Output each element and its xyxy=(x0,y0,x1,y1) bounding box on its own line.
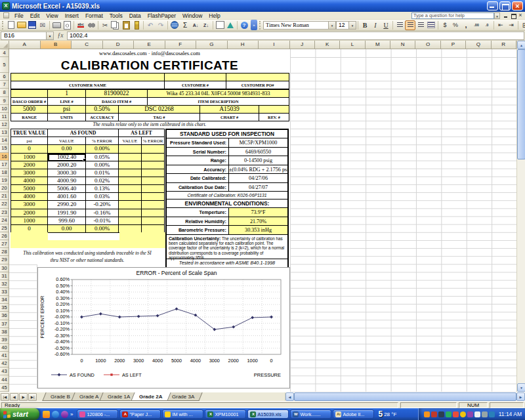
redo-button[interactable] xyxy=(156,20,166,30)
cell-c24[interactable]: -0.01% xyxy=(86,217,119,225)
row-header-34[interactable]: 34 xyxy=(0,296,9,304)
cell-a24[interactable]: 1000 xyxy=(11,217,48,225)
menu-tools[interactable]: Tools xyxy=(106,12,126,19)
insert-function-icon[interactable] xyxy=(54,32,67,39)
row-header-38[interactable]: 38 xyxy=(0,328,9,336)
cell-a15[interactable]: 0 xyxy=(11,145,48,153)
cell-c19[interactable]: 0.02% xyxy=(86,177,119,185)
cell-b17[interactable]: 2000.20 xyxy=(48,161,86,169)
row-header-12[interactable]: 12 xyxy=(0,121,9,129)
font-size-dropdown-icon[interactable]: ▾ xyxy=(349,21,356,30)
website-line[interactable]: www.dascosales.com · info@dascosales.com xyxy=(9,49,290,57)
accuracy-cell[interactable]: 0.50% xyxy=(86,106,119,114)
cell-d24[interactable] xyxy=(119,217,142,225)
cell-c23[interactable]: -0.16% xyxy=(86,209,119,217)
row-header-9[interactable]: 9 xyxy=(0,97,9,105)
cell-b20[interactable]: 5006.40 xyxy=(48,185,86,193)
uncertainty-note[interactable]: Calibration Uncertainty: The uncertainty… xyxy=(167,235,287,259)
quick-launch-icon[interactable] xyxy=(61,411,68,418)
standard-field-1-label[interactable]: Serial Number: xyxy=(167,148,229,156)
scroll-up-icon[interactable] xyxy=(517,41,525,49)
traceability-line-1[interactable]: This calibration was conducted using sta… xyxy=(9,249,165,257)
align-left-button[interactable] xyxy=(394,20,405,30)
traceability-line-2[interactable]: thru NIST or other national standards. xyxy=(9,257,165,264)
standard-field-5-value[interactable]: 04/27/07 xyxy=(229,183,287,192)
name-box[interactable]: B16 xyxy=(1,32,47,40)
sheet-tab-grade-2a[interactable]: Grade 2A xyxy=(131,392,171,401)
row-header-28[interactable]: 28 xyxy=(0,248,9,256)
row-header-6[interactable]: 6 xyxy=(0,73,9,81)
vertical-scroll-thumb[interactable] xyxy=(517,49,525,159)
sort-descending-button[interactable] xyxy=(201,20,211,30)
row-header-41[interactable]: 41 xyxy=(0,352,9,360)
standard-field-5-label[interactable]: Calibration Due Date: xyxy=(167,183,229,192)
horizontal-scroll-thumb[interactable] xyxy=(294,392,516,401)
task-button-work-[interactable]: WWork....... xyxy=(290,410,331,419)
font-name-dropdown-icon[interactable]: ▾ xyxy=(329,21,336,30)
cell-d21[interactable] xyxy=(119,193,142,201)
cell-e24[interactable] xyxy=(142,217,165,225)
standard-field-4-value[interactable]: 04/27/06 xyxy=(229,174,287,182)
minimize-button[interactable] xyxy=(487,1,498,10)
print-preview-button[interactable] xyxy=(62,20,72,30)
row-header-25[interactable]: 25 xyxy=(0,224,9,232)
next-sheet-icon[interactable] xyxy=(19,393,28,401)
task-button-im-with-[interactable]: IM with ... xyxy=(162,410,203,419)
column-header-l[interactable]: L xyxy=(340,41,365,49)
menu-help[interactable]: Help xyxy=(205,12,223,19)
cell-d25[interactable] xyxy=(119,225,142,233)
menu-edit[interactable]: Edit xyxy=(27,12,43,19)
drawing-button[interactable] xyxy=(225,20,236,30)
first-sheet-icon[interactable] xyxy=(1,393,9,401)
cell-b25[interactable]: 0.00 xyxy=(48,225,86,233)
cell-e23[interactable] xyxy=(142,209,165,217)
column-header-d[interactable]: D xyxy=(103,41,135,49)
row-header-15[interactable]: 15 xyxy=(0,144,9,152)
select-all-corner[interactable] xyxy=(0,41,9,49)
row-header-20[interactable]: 20 xyxy=(0,184,9,192)
decrease-indent-button[interactable] xyxy=(495,20,506,30)
row-header-19[interactable]: 19 xyxy=(0,177,9,184)
column-header-a[interactable]: A xyxy=(9,41,41,49)
column-header-b[interactable]: B xyxy=(41,41,72,49)
formatting-toolbar-drag-handle[interactable] xyxy=(259,21,261,30)
column-header-g[interactable]: G xyxy=(196,41,228,49)
cell-b24[interactable]: 999.60 xyxy=(48,217,86,225)
quick-launch-more-icon[interactable]: » xyxy=(70,411,73,417)
column-header-h[interactable]: H xyxy=(228,41,259,49)
task-button--paper-j-[interactable]: A"Paper J... xyxy=(119,410,161,419)
environment-field-1-label[interactable]: Relative Humidity: xyxy=(167,217,229,226)
print-button[interactable] xyxy=(51,20,62,30)
italic-button[interactable] xyxy=(370,20,381,30)
workbook-restore-button[interactable] xyxy=(510,12,516,19)
as-left-error-header[interactable]: % ERROR xyxy=(142,137,165,145)
cell-a16[interactable]: 1000 xyxy=(11,154,48,161)
cell-a21[interactable]: 4000 xyxy=(11,193,48,201)
name-box-dropdown-icon[interactable]: ▾ xyxy=(47,32,54,40)
standard-field-4-label[interactable]: Date Calibrated: xyxy=(167,174,229,182)
cell-c18[interactable]: 0.01% xyxy=(86,169,119,177)
units-cell[interactable]: psi xyxy=(48,106,86,114)
start-button[interactable]: start xyxy=(0,408,39,420)
help-search-input[interactable]: Type a question for help xyxy=(411,12,494,19)
cell-e16[interactable] xyxy=(142,154,165,161)
menu-data[interactable]: Data xyxy=(126,12,144,19)
cell-c25[interactable]: 0.00% xyxy=(86,225,119,233)
row-header-14[interactable]: 14 xyxy=(0,136,9,144)
environment-field-0-value[interactable]: 73.9°F xyxy=(229,208,287,217)
tray-icon[interactable] xyxy=(431,411,437,417)
standard-field-0-label[interactable]: Pressure Standard Used: xyxy=(167,138,229,147)
menu-insert[interactable]: Insert xyxy=(62,12,82,19)
help-dropdown-icon[interactable]: ▾ xyxy=(494,12,500,19)
workbook-close-button[interactable] xyxy=(517,12,524,19)
cell-c22[interactable]: -0.20% xyxy=(86,201,119,209)
cell-d16[interactable] xyxy=(119,154,142,161)
row-header-13[interactable]: 13 xyxy=(0,129,9,136)
as-found-header[interactable]: AS FOUND xyxy=(48,129,119,137)
cell-d20[interactable] xyxy=(119,185,142,193)
as-found-value-header[interactable]: VALUE xyxy=(48,137,86,145)
tray-icon[interactable] xyxy=(424,411,430,417)
hyperlink-button[interactable] xyxy=(169,20,180,30)
menu-file[interactable]: File xyxy=(11,12,27,19)
cell-d19[interactable] xyxy=(119,177,142,185)
